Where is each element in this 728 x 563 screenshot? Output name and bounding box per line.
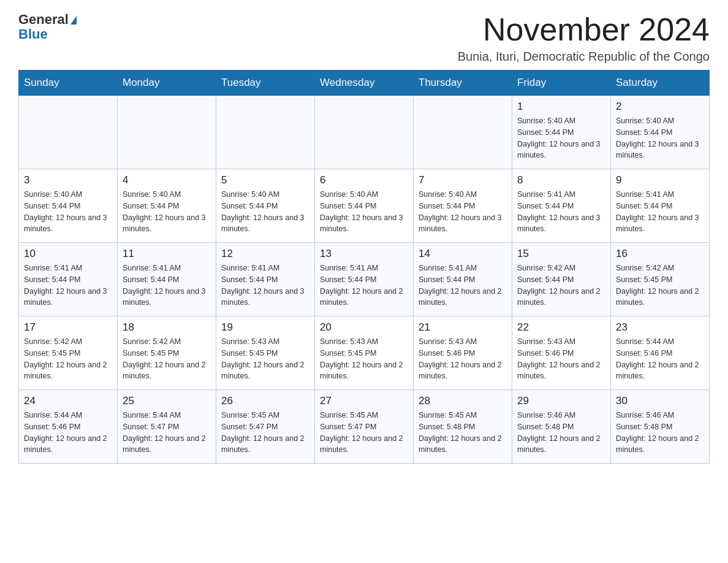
calendar-table: Sunday Monday Tuesday Wednesday Thursday… xyxy=(18,70,710,464)
day-info: Sunrise: 5:46 AMSunset: 5:48 PMDaylight:… xyxy=(616,410,704,456)
logo-triangle-icon xyxy=(70,16,77,25)
calendar-cell: 22 Sunrise: 5:43 AMSunset: 5:46 PMDaylig… xyxy=(512,316,611,390)
calendar-cell: 19 Sunrise: 5:43 AMSunset: 5:45 PMDaylig… xyxy=(216,316,315,390)
calendar-cell: 15 Sunrise: 5:42 AMSunset: 5:44 PMDaylig… xyxy=(512,243,611,316)
day-info: Sunrise: 5:42 AMSunset: 5:45 PMDaylight:… xyxy=(24,336,112,382)
day-number: 18 xyxy=(123,321,211,334)
day-number: 28 xyxy=(419,395,507,407)
day-info: Sunrise: 5:45 AMSunset: 5:48 PMDaylight:… xyxy=(419,410,507,456)
day-info: Sunrise: 5:40 AMSunset: 5:44 PMDaylight:… xyxy=(123,189,211,235)
calendar-cell: 18 Sunrise: 5:42 AMSunset: 5:45 PMDaylig… xyxy=(118,316,216,390)
day-info: Sunrise: 5:41 AMSunset: 5:44 PMDaylight:… xyxy=(616,189,704,235)
calendar-cell: 24 Sunrise: 5:44 AMSunset: 5:46 PMDaylig… xyxy=(19,390,118,464)
month-title: November 2024 xyxy=(458,12,710,47)
logo-blue-text: Blue xyxy=(18,27,77,42)
day-info: Sunrise: 5:43 AMSunset: 5:46 PMDaylight:… xyxy=(517,336,605,382)
calendar-cell xyxy=(216,96,315,169)
day-number: 10 xyxy=(24,248,112,260)
header-wednesday: Wednesday xyxy=(315,71,414,96)
calendar-cell: 25 Sunrise: 5:44 AMSunset: 5:47 PMDaylig… xyxy=(118,390,216,464)
calendar-cell xyxy=(118,96,216,169)
calendar-cell: 12 Sunrise: 5:41 AMSunset: 5:44 PMDaylig… xyxy=(216,243,315,316)
calendar-cell: 11 Sunrise: 5:41 AMSunset: 5:44 PMDaylig… xyxy=(118,243,216,316)
day-number: 20 xyxy=(320,321,408,334)
day-number: 25 xyxy=(123,395,211,407)
calendar-cell: 20 Sunrise: 5:43 AMSunset: 5:45 PMDaylig… xyxy=(315,316,414,390)
day-info: Sunrise: 5:40 AMSunset: 5:44 PMDaylight:… xyxy=(616,115,704,161)
day-info: Sunrise: 5:41 AMSunset: 5:44 PMDaylight:… xyxy=(320,262,408,308)
day-number: 21 xyxy=(419,321,507,334)
calendar-cell: 14 Sunrise: 5:41 AMSunset: 5:44 PMDaylig… xyxy=(414,243,512,316)
day-number: 4 xyxy=(123,174,211,186)
calendar-cell: 1 Sunrise: 5:40 AMSunset: 5:44 PMDayligh… xyxy=(512,96,611,169)
calendar-cell: 5 Sunrise: 5:40 AMSunset: 5:44 PMDayligh… xyxy=(216,169,315,243)
day-info: Sunrise: 5:44 AMSunset: 5:46 PMDaylight:… xyxy=(616,336,704,382)
day-info: Sunrise: 5:43 AMSunset: 5:45 PMDaylight:… xyxy=(320,336,408,382)
day-number: 7 xyxy=(419,174,507,186)
day-info: Sunrise: 5:45 AMSunset: 5:47 PMDaylight:… xyxy=(221,410,309,456)
day-number: 16 xyxy=(616,248,704,260)
day-info: Sunrise: 5:44 AMSunset: 5:46 PMDaylight:… xyxy=(24,410,112,456)
calendar-cell: 16 Sunrise: 5:42 AMSunset: 5:45 PMDaylig… xyxy=(611,243,710,316)
page-header: General Blue November 2024 Bunia, Ituri,… xyxy=(18,12,710,64)
day-info: Sunrise: 5:42 AMSunset: 5:45 PMDaylight:… xyxy=(616,262,704,308)
day-number: 27 xyxy=(320,395,408,407)
calendar-week-4: 17 Sunrise: 5:42 AMSunset: 5:45 PMDaylig… xyxy=(19,316,710,390)
day-number: 5 xyxy=(221,174,309,186)
header-sunday: Sunday xyxy=(19,71,118,96)
day-number: 15 xyxy=(517,248,605,260)
calendar-cell xyxy=(315,96,414,169)
header-thursday: Thursday xyxy=(414,71,512,96)
day-number: 8 xyxy=(517,174,605,186)
day-info: Sunrise: 5:41 AMSunset: 5:44 PMDaylight:… xyxy=(221,262,309,308)
calendar-cell: 8 Sunrise: 5:41 AMSunset: 5:44 PMDayligh… xyxy=(512,169,611,243)
day-info: Sunrise: 5:41 AMSunset: 5:44 PMDaylight:… xyxy=(24,262,112,308)
day-info: Sunrise: 5:46 AMSunset: 5:48 PMDaylight:… xyxy=(517,410,605,456)
title-area: November 2024 Bunia, Ituri, Democratic R… xyxy=(458,12,710,64)
calendar-cell: 7 Sunrise: 5:40 AMSunset: 5:44 PMDayligh… xyxy=(414,169,512,243)
calendar-cell: 26 Sunrise: 5:45 AMSunset: 5:47 PMDaylig… xyxy=(216,390,315,464)
day-number: 30 xyxy=(616,395,704,407)
day-number: 1 xyxy=(517,101,605,113)
day-info: Sunrise: 5:40 AMSunset: 5:44 PMDaylight:… xyxy=(320,189,408,235)
day-info: Sunrise: 5:40 AMSunset: 5:44 PMDaylight:… xyxy=(221,189,309,235)
calendar-week-1: 1 Sunrise: 5:40 AMSunset: 5:44 PMDayligh… xyxy=(19,96,710,169)
calendar-cell: 30 Sunrise: 5:46 AMSunset: 5:48 PMDaylig… xyxy=(611,390,710,464)
calendar-cell: 13 Sunrise: 5:41 AMSunset: 5:44 PMDaylig… xyxy=(315,243,414,316)
calendar-cell: 23 Sunrise: 5:44 AMSunset: 5:46 PMDaylig… xyxy=(611,316,710,390)
day-info: Sunrise: 5:41 AMSunset: 5:44 PMDaylight:… xyxy=(123,262,211,308)
day-info: Sunrise: 5:41 AMSunset: 5:44 PMDaylight:… xyxy=(419,262,507,308)
header-friday: Friday xyxy=(512,71,611,96)
calendar-cell: 21 Sunrise: 5:43 AMSunset: 5:46 PMDaylig… xyxy=(414,316,512,390)
day-number: 22 xyxy=(517,321,605,334)
day-info: Sunrise: 5:40 AMSunset: 5:44 PMDaylight:… xyxy=(24,189,112,235)
day-number: 29 xyxy=(517,395,605,407)
calendar-cell: 17 Sunrise: 5:42 AMSunset: 5:45 PMDaylig… xyxy=(19,316,118,390)
calendar-cell: 28 Sunrise: 5:45 AMSunset: 5:48 PMDaylig… xyxy=(414,390,512,464)
logo-line1: General xyxy=(18,12,77,27)
day-info: Sunrise: 5:43 AMSunset: 5:46 PMDaylight:… xyxy=(419,336,507,382)
day-number: 14 xyxy=(419,248,507,260)
day-info: Sunrise: 5:45 AMSunset: 5:47 PMDaylight:… xyxy=(320,410,408,456)
day-info: Sunrise: 5:40 AMSunset: 5:44 PMDaylight:… xyxy=(517,115,605,161)
header-saturday: Saturday xyxy=(611,71,710,96)
calendar-cell xyxy=(414,96,512,169)
day-number: 2 xyxy=(616,101,704,113)
day-info: Sunrise: 5:42 AMSunset: 5:45 PMDaylight:… xyxy=(123,336,211,382)
calendar-cell: 6 Sunrise: 5:40 AMSunset: 5:44 PMDayligh… xyxy=(315,169,414,243)
calendar-cell: 2 Sunrise: 5:40 AMSunset: 5:44 PMDayligh… xyxy=(611,96,710,169)
day-number: 17 xyxy=(24,321,112,334)
day-number: 24 xyxy=(24,395,112,407)
calendar-week-2: 3 Sunrise: 5:40 AMSunset: 5:44 PMDayligh… xyxy=(19,169,710,243)
weekday-header-row: Sunday Monday Tuesday Wednesday Thursday… xyxy=(19,71,710,96)
calendar-week-5: 24 Sunrise: 5:44 AMSunset: 5:46 PMDaylig… xyxy=(19,390,710,464)
calendar-cell: 3 Sunrise: 5:40 AMSunset: 5:44 PMDayligh… xyxy=(19,169,118,243)
calendar-cell: 27 Sunrise: 5:45 AMSunset: 5:47 PMDaylig… xyxy=(315,390,414,464)
day-number: 19 xyxy=(221,321,309,334)
day-info: Sunrise: 5:44 AMSunset: 5:47 PMDaylight:… xyxy=(123,410,211,456)
day-info: Sunrise: 5:43 AMSunset: 5:45 PMDaylight:… xyxy=(221,336,309,382)
day-number: 6 xyxy=(320,174,408,186)
calendar-cell xyxy=(19,96,118,169)
logo: General Blue xyxy=(18,12,77,42)
day-info: Sunrise: 5:42 AMSunset: 5:44 PMDaylight:… xyxy=(517,262,605,308)
